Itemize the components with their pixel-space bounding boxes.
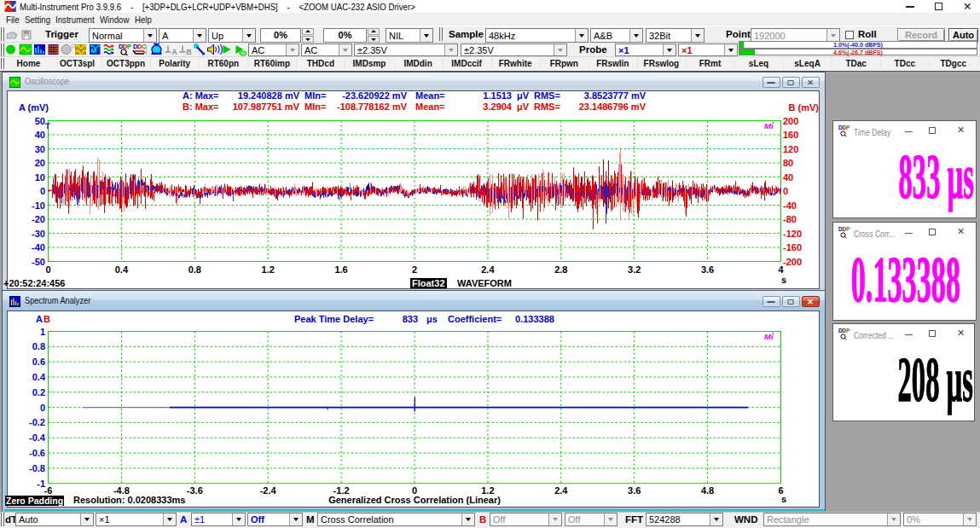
svg-text:P: P [846,125,850,131]
svg-text:B: B [187,48,192,56]
svg-text:A: A [172,48,177,56]
svg-text:M: M [91,47,97,55]
svg-text:P: P [846,226,850,232]
svg-text:P: P [846,328,850,334]
svg-text:P: P [127,43,131,50]
